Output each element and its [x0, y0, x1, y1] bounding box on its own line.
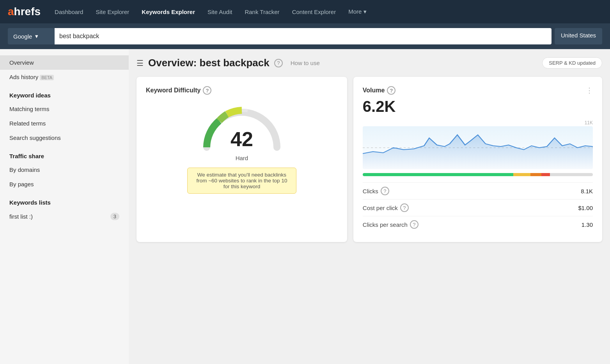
traffic-share-section: Traffic share: [0, 145, 129, 163]
keyword-difficulty-card: Keyword Difficulty ?: [137, 77, 347, 242]
beta-badge: BETA: [40, 75, 54, 80]
sidebar-item-by-domains[interactable]: By domains: [0, 163, 129, 177]
kd-label: Hard: [236, 155, 248, 161]
main-layout: Overview Ads historyBETA Keyword ideas M…: [0, 49, 610, 364]
cps-value: 1.30: [582, 221, 593, 228]
ahrefs-logo[interactable]: ahrefs: [8, 5, 41, 18]
top-navigation: ahrefs Dashboard Site Explorer Keywords …: [0, 0, 610, 23]
nav-content-explorer[interactable]: Content Explorer: [287, 5, 341, 18]
content-area: ☰ Overview: best backpack ? How to use S…: [129, 49, 610, 364]
search-bar: Google ▾ United States: [0, 23, 610, 49]
sidebar-item-overview[interactable]: Overview: [0, 55, 129, 70]
clicks-label: Clicks ?: [363, 187, 389, 195]
clicks-distribution-bar: [363, 173, 593, 176]
cpc-label: Cost per click ?: [363, 203, 409, 212]
country-selector[interactable]: United States: [555, 28, 602, 44]
nav-site-explorer[interactable]: Site Explorer: [91, 5, 134, 18]
volume-chart: [363, 126, 593, 169]
country-label: United States: [561, 32, 596, 39]
sidebar-item-by-pages[interactable]: By pages: [0, 177, 129, 191]
search-input-wrapper: [55, 28, 551, 44]
logo-a: a: [8, 5, 14, 18]
logo-hrefs: hrefs: [14, 5, 41, 18]
cps-metric-row: Clicks per search ? 1.30: [363, 216, 593, 233]
how-to-use-button[interactable]: How to use: [287, 58, 323, 68]
dropdown-icon: ▾: [35, 33, 38, 40]
serp-kd-updated-button[interactable]: SERP & KD updated: [542, 57, 602, 69]
kd-card-title: Keyword Difficulty ?: [146, 86, 338, 95]
bar-other: [530, 173, 541, 176]
volume-card-title: Volume ?: [363, 86, 396, 95]
gauge-chart: 42: [199, 102, 285, 153]
nav-keywords-explorer[interactable]: Keywords Explorer: [137, 5, 200, 18]
cps-label: Clicks per search ?: [363, 220, 418, 229]
gauge-value: 42: [231, 129, 253, 149]
clicks-value: 8.1K: [581, 188, 593, 194]
sidebar-item-ads-history[interactable]: Ads historyBETA: [0, 70, 129, 84]
cpc-metric-row: Cost per click ? $1.00: [363, 199, 593, 216]
volume-value: 6.2K: [363, 98, 593, 115]
first-list-label: first list :): [9, 213, 33, 220]
bar-red: [541, 173, 550, 176]
sidebar-item-related-terms[interactable]: Related terms: [0, 116, 129, 131]
overview-help-icon[interactable]: ?: [274, 59, 283, 67]
volume-chart-y-label: 11K: [363, 120, 593, 125]
kd-tooltip: We estimate that you'll need backlinks f…: [187, 168, 296, 194]
hamburger-icon[interactable]: ☰: [137, 58, 144, 68]
engine-selector[interactable]: Google ▾: [8, 28, 55, 44]
kd-number: 42: [231, 129, 253, 149]
bar-organic: [363, 173, 513, 176]
cpc-value: $1.00: [578, 205, 593, 211]
volume-menu-dots[interactable]: ⋮: [586, 87, 593, 94]
sidebar-item-matching-terms[interactable]: Matching terms: [0, 102, 129, 116]
page-title: Overview: best backpack: [148, 57, 270, 69]
sidebar-item-search-suggestions[interactable]: Search suggestions: [0, 131, 129, 145]
sidebar-item-first-list[interactable]: first list :) 3: [0, 209, 129, 224]
volume-card-header: Volume ? ⋮: [363, 86, 593, 95]
search-input[interactable]: [59, 33, 547, 40]
keyword-ideas-section: Keyword ideas: [0, 84, 129, 102]
kd-help-icon[interactable]: ?: [203, 86, 211, 95]
clicks-help-icon[interactable]: ?: [381, 187, 389, 195]
overview-header: ☰ Overview: best backpack ? How to use S…: [137, 57, 602, 69]
nav-site-audit[interactable]: Site Audit: [203, 5, 237, 18]
keywords-lists-section: Keywords lists: [0, 191, 129, 209]
clicks-metric-row: Clicks ? 8.1K: [363, 182, 593, 199]
volume-help-icon[interactable]: ?: [387, 86, 395, 95]
nav-more[interactable]: More ▾: [344, 5, 371, 18]
nav-dashboard[interactable]: Dashboard: [50, 5, 88, 18]
metrics-cards-row: Keyword Difficulty ?: [137, 77, 602, 242]
bar-paid: [513, 173, 530, 176]
bar-no-click: [550, 173, 593, 176]
cpc-help-icon[interactable]: ?: [400, 203, 409, 212]
gauge-container: 42 Hard: [146, 102, 338, 161]
first-list-count: 3: [110, 213, 119, 220]
volume-card: Volume ? ⋮ 6.2K 11K: [353, 77, 602, 242]
nav-rank-tracker[interactable]: Rank Tracker: [240, 5, 284, 18]
engine-label: Google: [13, 33, 32, 40]
cps-help-icon[interactable]: ?: [410, 220, 418, 229]
sidebar: Overview Ads historyBETA Keyword ideas M…: [0, 49, 129, 364]
